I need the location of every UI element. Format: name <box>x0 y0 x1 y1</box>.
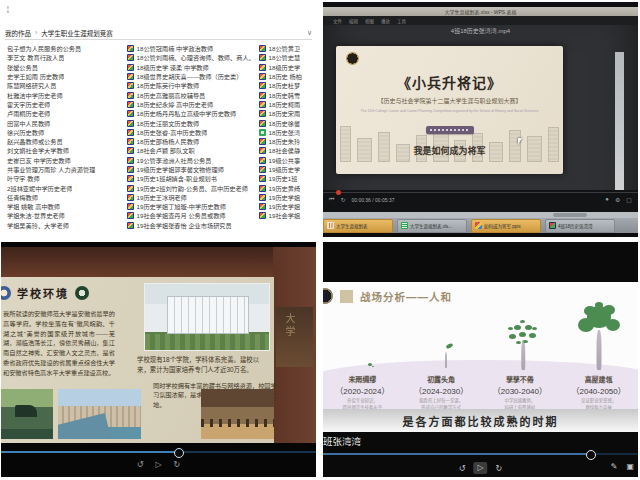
progress-bar[interactable] <box>323 192 638 193</box>
player-icon[interactable]: ● <box>605 196 609 203</box>
list-item[interactable]: 18历史 杨柏 <box>259 72 316 81</box>
menu-item[interactable]: 编辑 <box>349 18 358 24</box>
snapshot-icon[interactable]: ▣ <box>626 462 634 471</box>
rewind-icon[interactable]: ↺ <box>459 464 466 473</box>
list-item[interactable]: 18公管刘雨楠、心理咨询师、教师、商人、… <box>127 53 257 62</box>
list-item[interactable]: 18历史陈英行中学教师 <box>127 81 257 90</box>
taskbar-button[interactable]: 大学生涯规划表.xls... <box>397 219 467 233</box>
list-item[interactable]: 18历史韩雪 <box>259 90 316 99</box>
list-item[interactable]: 18历史朱玲 <box>259 137 316 146</box>
list-item[interactable]: 19历史黄绮 <box>259 183 316 192</box>
list-item[interactable]: 18级世界史胡庆喜——教师（历史类） <box>127 72 257 81</box>
list-item[interactable]: 18级历史学 <box>259 63 316 72</box>
previous-icon[interactable]: ⏮ <box>329 196 334 203</box>
progress-handle[interactable] <box>586 450 596 460</box>
file-name: 19历史黄绮 <box>269 184 301 193</box>
list-item[interactable]: 18历史张睿-高中历史教师 <box>127 128 257 137</box>
app-icon <box>401 222 408 229</box>
list-item[interactable]: 霍天宇历史老师 <box>7 100 123 109</box>
breadcrumb-root[interactable]: 我的作品 <box>5 28 31 38</box>
file-name: 刘文娟社会学大学教师 <box>7 146 69 155</box>
list-item[interactable]: 18级历史学 谏柔 中学教师 <box>127 63 257 72</box>
taskbar-button[interactable]: 如何成为将军.pptx <box>471 219 541 233</box>
list-item[interactable]: 19社会学姐查丹月 公务员或教师 <box>127 211 257 220</box>
file-name: 19社会学姐 <box>269 211 301 220</box>
list-item[interactable]: 18社会卢颖 部队文职 <box>127 146 257 155</box>
list-item[interactable]: 刘文娟社会学大学教师 <box>7 146 123 155</box>
list-item[interactable]: 19历史学姐 <box>259 202 316 211</box>
list-item[interactable]: 徐兴历史教师 <box>7 128 123 137</box>
breadcrumb-separator: › <box>35 29 37 36</box>
loop-icon[interactable]: ↻ <box>340 196 345 203</box>
play-icon[interactable]: ▷ <box>473 462 487 474</box>
list-item[interactable]: 18历史宋雨 <box>259 109 316 118</box>
list-item[interactable]: 18历史柯雨 <box>259 100 316 109</box>
list-item[interactable]: 18历史杨丹丹私立高级中学历史教师 <box>127 109 257 118</box>
menu-item[interactable]: 播放 <box>381 18 390 24</box>
list-item[interactable]: 19历史学姐 <box>259 193 316 202</box>
list-item[interactable]: 李艺文 教育行政人员 <box>7 53 123 62</box>
video-file-icon <box>127 157 134 164</box>
forward-icon[interactable]: ↻ <box>174 460 181 469</box>
list-item[interactable]: 19历史学姐丁旭璇-中学历史教师 <box>127 202 257 211</box>
list-item[interactable]: 18历史徐馨 <box>259 118 316 127</box>
list-item[interactable]: 18历史张湾 <box>259 128 316 137</box>
list-item[interactable]: 学姐朱洁-世界史老师 <box>7 211 123 220</box>
list-item[interactable]: 田富中人民教师 <box>7 118 123 127</box>
list-item[interactable]: 叶守宇 教师 <box>7 174 123 183</box>
list-item[interactable]: 张媛公务员 <box>7 63 123 72</box>
progress-bar[interactable] <box>323 453 638 455</box>
play-icon[interactable]: ▷ <box>155 460 161 469</box>
window-titlebar[interactable]: 大学生涯规划表.xlsx - WPS 表格 <box>323 7 638 16</box>
list-item[interactable]: 19级历史学 <box>259 165 316 174</box>
forward-icon[interactable]: ↻ <box>496 464 503 473</box>
video-file-icon <box>127 92 134 99</box>
list-item[interactable]: 18社会侯静 <box>259 146 316 155</box>
list-item[interactable]: 19级历史学姐郭李馨文物修理师 <box>127 165 257 174</box>
list-item[interactable]: 19历史王冰玥老师 <box>127 193 257 202</box>
list-item[interactable]: 19社会学姐张春怡 企业市场研究员 <box>127 221 257 230</box>
player-icon[interactable]: ▢ <box>626 196 632 203</box>
list-item[interactable]: 陈慧网络研究人员 <box>7 81 123 90</box>
edit-icon[interactable]: ✎ <box>611 462 618 471</box>
list-item[interactable]: 共事业管理万雨珍 人力资源管理 <box>7 165 123 174</box>
taskbar-button[interactable]: 4班18历史张湾湾 <box>545 219 615 233</box>
list-item[interactable]: 19历史1班胡婧含-职业规划书 <box>127 174 257 183</box>
progress-handle[interactable] <box>336 190 341 195</box>
list-item[interactable]: 18历史汪丽文历史教师 <box>127 118 257 127</box>
list-item[interactable]: 卢雨桐历史老师 <box>7 109 123 118</box>
list-item[interactable]: 19社会学姐 <box>259 211 316 220</box>
rewind-icon[interactable]: ↺ <box>137 460 144 469</box>
list-item[interactable]: 2班林亚妮中学历史老师 <box>7 183 123 192</box>
scrollbar-thumb[interactable] <box>553 213 587 217</box>
list-item[interactable]: 学姐 姚敏 高中教师 <box>7 202 123 211</box>
list-item[interactable]: 18历史纪永婷 高中历史老师 <box>127 100 257 109</box>
list-item[interactable]: 18公管史慧 <box>259 53 316 62</box>
list-item[interactable]: 18历史杜梦 <box>259 81 316 90</box>
file-name: 包子想为人民服务的公务员 <box>7 44 81 53</box>
list-item[interactable]: 包子想为人民服务的公务员 <box>7 44 123 53</box>
progress-handle[interactable] <box>174 448 184 458</box>
list-item[interactable]: 学姐吴美玲、大学老师 <box>7 221 123 230</box>
chevron-down-icon[interactable]: ∨ <box>307 29 312 37</box>
list-item[interactable]: 史崔已亥 中学历史教师 <box>7 156 123 165</box>
breadcrumb-current: 大学生职业生涯规划竞赛 <box>41 28 113 38</box>
list-item[interactable]: 18公管黄卫 <box>259 44 316 53</box>
list-item[interactable]: 18历史高雅丽高校辅导员 <box>127 90 257 99</box>
list-item[interactable]: 19历史2班刘竹韵-公务员、高中历史老师 <box>127 183 257 192</box>
list-item[interactable]: 19级公共事 <box>259 156 316 165</box>
list-item[interactable]: 任青梅教师 <box>7 193 123 202</box>
menu-item[interactable]: 视图 <box>365 18 374 24</box>
list-item[interactable]: 杜雅洁中学历史老师 <box>7 90 123 99</box>
menu-item[interactable]: 工具 <box>397 18 406 24</box>
list-item[interactable]: 赵兴晶教师或公务员 <box>7 137 123 146</box>
list-item[interactable]: 19历史1班 <box>259 174 316 183</box>
list-item[interactable]: 18历史邵杨杨人民教师 <box>127 137 257 146</box>
player-icon[interactable]: ⚙ <box>615 196 620 203</box>
list-item[interactable]: 19公管李池洲人社局公务员 <box>127 156 257 165</box>
menu-item[interactable]: 文件 <box>333 18 342 24</box>
list-item[interactable]: 18公管冠雨楠 中学政治教师 <box>127 44 257 53</box>
taskbar-button[interactable]: 大学生涯规划表 <box>323 219 393 233</box>
progress-bar[interactable] <box>1 451 316 453</box>
list-item[interactable]: 史学王如雨 历史教师 <box>7 72 123 81</box>
